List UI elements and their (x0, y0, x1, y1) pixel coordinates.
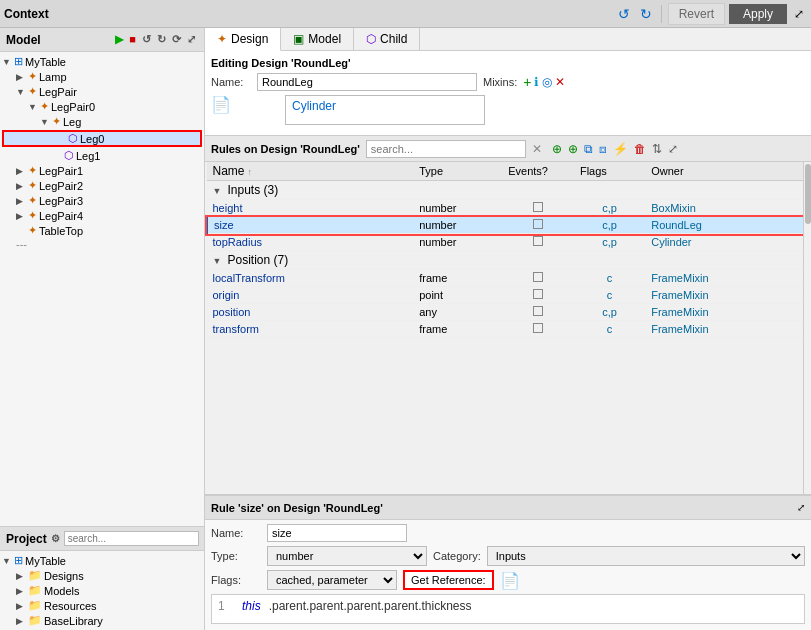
child-icon: ⬡ (64, 149, 74, 162)
tree-item-legpair[interactable]: ▼ ✦ LegPair (0, 84, 204, 99)
tree-item-mytable[interactable]: ▼ ⊞ MyTable (0, 54, 204, 69)
table-row[interactable]: localTransform frame c FrameMixin (207, 270, 812, 287)
folder-icon: 📁 (28, 569, 42, 582)
rule-events-origin (502, 287, 574, 304)
tree-item-tabletop[interactable]: ✦ TableTop (0, 223, 204, 238)
revert-button[interactable]: Revert (668, 3, 725, 25)
rule-flags-label: Flags: (211, 574, 261, 586)
mixin-info-icon[interactable]: ℹ (534, 75, 539, 89)
name-label: Name: (211, 76, 251, 88)
rule-name-height: height (207, 200, 414, 217)
design-icon: ✦ (28, 194, 37, 207)
col-header-events: Events? (502, 162, 574, 181)
rule-category-select[interactable]: Inputs (487, 546, 805, 566)
mixins-label: Mixins: (483, 76, 517, 88)
design-tab-icon: ✦ (217, 32, 227, 46)
group-header-inputs[interactable]: ▼ Inputs (3) (207, 181, 812, 200)
rule-flags-select[interactable]: cached, parameter (267, 570, 397, 590)
col-header-owner: Owner (645, 162, 799, 181)
model-stop-icon[interactable]: ■ (127, 32, 138, 47)
rules-sort-icon[interactable]: ⇅ (650, 141, 664, 157)
apply-button[interactable]: Apply (729, 4, 787, 24)
child-tab-icon: ⬡ (366, 32, 376, 46)
project-search-input[interactable] (64, 531, 199, 546)
undo-button[interactable]: ↺ (615, 4, 633, 24)
rule-events-position (502, 304, 574, 321)
model-tree: ▼ ⊞ MyTable ▶ ✦ Lamp ▼ ✦ LegPair ▼ ✦ Leg… (0, 52, 204, 526)
rule-owner-transform: FrameMixin (645, 321, 799, 338)
line-number: 1 (218, 599, 234, 613)
mixin-view-icon[interactable]: ◎ (542, 75, 552, 89)
redo-button[interactable]: ↻ (637, 4, 655, 24)
rule-owner-localtransform: FrameMixin (645, 270, 799, 287)
rules-delete-icon[interactable]: 🗑 (632, 141, 648, 157)
design-icon: ✦ (28, 70, 37, 83)
chevron-right-icon: ▶ (16, 601, 28, 611)
project-item-models[interactable]: ▶ 📁 Models (0, 583, 204, 598)
rule-editor-expand-icon[interactable]: ⤢ (797, 502, 805, 513)
code-editor[interactable]: 1 this.parent.parent.parent.parent.thick… (211, 594, 805, 624)
project-settings-icon[interactable]: ⚙ (51, 533, 60, 544)
rule-events-height (502, 200, 574, 217)
table-row[interactable]: origin point c FrameMixin (207, 287, 812, 304)
tree-item-legpair1[interactable]: ▶ ✦ LegPair1 (0, 163, 204, 178)
rules-paste-icon[interactable]: ⧈ (597, 141, 609, 157)
rule-name-label: Name: (211, 527, 261, 539)
rules-lightning-icon[interactable]: ⚡ (611, 141, 630, 157)
project-item-designs[interactable]: ▶ 📁 Designs (0, 568, 204, 583)
table-row[interactable]: height number c,p BoxMixin (207, 200, 812, 217)
rule-owner-position: FrameMixin (645, 304, 799, 321)
tree-item-leg1[interactable]: ⬡ Leg1 (0, 148, 204, 163)
folder-icon: 📁 (28, 599, 42, 612)
rule-type-select[interactable]: number (267, 546, 427, 566)
tree-item-leg[interactable]: ▼ ✦ Leg (0, 114, 204, 129)
get-reference-button[interactable]: Get Reference: (403, 570, 494, 590)
rule-flags-localtransform: c (574, 270, 645, 287)
search-clear-icon[interactable]: ✕ (532, 142, 542, 156)
rule-file-icon[interactable]: 📄 (500, 571, 520, 590)
editing-title: Editing Design 'RoundLeg' (211, 57, 805, 69)
tree-item-legpair0[interactable]: ▼ ✦ LegPair0 (0, 99, 204, 114)
file-icon[interactable]: 📄 (211, 95, 231, 114)
tree-item-leg0[interactable]: ⬡ Leg0 (2, 130, 202, 147)
project-item-baselibrary[interactable]: ▶ 📁 BaseLibrary (0, 613, 204, 628)
rule-owner-topradius: Cylinder (645, 234, 799, 251)
tree-item-legpair2[interactable]: ▶ ✦ LegPair2 (0, 178, 204, 193)
mixin-delete-icon[interactable]: ✕ (555, 75, 565, 89)
rules-copy-icon[interactable]: ⧉ (582, 141, 595, 157)
tab-design[interactable]: ✦ Design (205, 28, 281, 51)
expand-button[interactable]: ⤢ (791, 5, 807, 23)
tab-child[interactable]: ⬡ Child (354, 28, 420, 50)
table-row[interactable]: topRadius number c,p Cylinder (207, 234, 812, 251)
project-item-mytable[interactable]: ▼ ⊞ MyTable (0, 553, 204, 568)
tree-item-legpair4[interactable]: ▶ ✦ LegPair4 (0, 208, 204, 223)
tab-model[interactable]: ▣ Model (281, 28, 354, 50)
checkbox-icon (533, 289, 543, 299)
table-row[interactable]: position any c,p FrameMixin (207, 304, 812, 321)
rule-name-field[interactable] (267, 524, 407, 542)
mixin-add-icon[interactable]: + (523, 74, 531, 90)
tree-item-legpair3[interactable]: ▶ ✦ LegPair3 (0, 193, 204, 208)
rules-add-multi-icon[interactable]: ⊕ (566, 141, 580, 157)
chevron-down-icon: ▼ (28, 102, 40, 112)
rule-type-height: number (413, 200, 502, 217)
table-row[interactable]: transform frame c FrameMixin (207, 321, 812, 338)
rule-name-transform: transform (207, 321, 414, 338)
model-redo-icon[interactable]: ↻ (155, 32, 168, 47)
model-refresh-icon[interactable]: ⟳ (170, 32, 183, 47)
rules-expand-icon[interactable]: ⤢ (666, 141, 680, 157)
model-undo-icon[interactable]: ↺ (140, 32, 153, 47)
chevron-right-icon: ▶ (16, 571, 28, 581)
group-header-position[interactable]: ▼ Position (7) (207, 251, 812, 270)
model-expand-icon[interactable]: ⤢ (185, 32, 198, 47)
rules-search-input[interactable] (366, 140, 526, 158)
name-input[interactable] (257, 73, 477, 91)
rules-add-icon[interactable]: ⊕ (550, 141, 564, 157)
mixins-box: Cylinder (285, 95, 485, 125)
chevron-right-icon: ▶ (16, 616, 28, 626)
table-row-selected[interactable]: size number c,p RoundLeg (207, 217, 812, 234)
model-play-icon[interactable]: ▶ (113, 32, 125, 47)
tree-item-lamp[interactable]: ▶ ✦ Lamp (0, 69, 204, 84)
project-item-resources[interactable]: ▶ 📁 Resources (0, 598, 204, 613)
design-icon: ✦ (28, 179, 37, 192)
